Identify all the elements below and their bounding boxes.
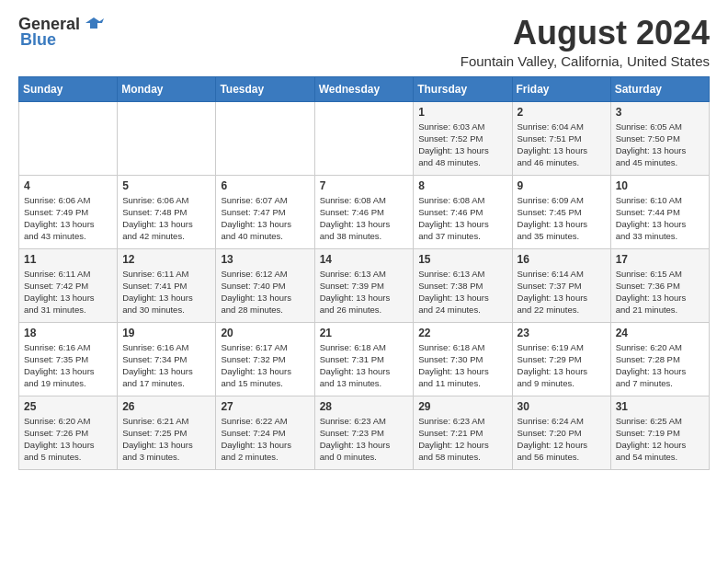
day-info: Sunrise: 6:17 AM Sunset: 7:32 PM Dayligh… [221, 341, 309, 390]
day-info: Sunrise: 6:15 AM Sunset: 7:36 PM Dayligh… [616, 268, 704, 316]
day-info: Sunrise: 6:13 AM Sunset: 7:38 PM Dayligh… [418, 268, 506, 316]
calendar-cell: 31Sunrise: 6:25 AM Sunset: 7:19 PM Dayli… [610, 396, 709, 469]
title-area: August 2024 Fountain Valley, California,… [461, 15, 710, 69]
calendar-cell: 22Sunrise: 6:18 AM Sunset: 7:30 PM Dayli… [414, 322, 512, 396]
day-info: Sunrise: 6:19 AM Sunset: 7:29 PM Dayligh… [518, 341, 606, 390]
calendar-cell: 16Sunrise: 6:14 AM Sunset: 7:37 PM Dayli… [512, 248, 610, 322]
logo: General Blue [18, 15, 104, 50]
day-number: 7 [320, 179, 409, 192]
day-number: 17 [616, 253, 704, 266]
weekday-header-tuesday: Tuesday [216, 76, 314, 101]
day-info: Sunrise: 6:20 AM Sunset: 7:26 PM Dayligh… [24, 415, 112, 464]
calendar-cell: 12Sunrise: 6:11 AM Sunset: 7:41 PM Dayli… [118, 248, 216, 322]
calendar-cell: 6Sunrise: 6:07 AM Sunset: 7:47 PM Daylig… [216, 175, 314, 248]
calendar-table: SundayMondayTuesdayWednesdayThursdayFrid… [18, 76, 710, 470]
day-number: 19 [122, 327, 210, 339]
day-info: Sunrise: 6:09 AM Sunset: 7:45 PM Dayligh… [518, 194, 606, 243]
day-number: 1 [418, 106, 506, 119]
day-number: 21 [320, 327, 409, 339]
day-number: 25 [24, 400, 112, 413]
day-number: 13 [221, 253, 309, 266]
day-number: 31 [616, 400, 704, 413]
day-info: Sunrise: 6:23 AM Sunset: 7:23 PM Dayligh… [320, 415, 409, 464]
calendar-cell [118, 101, 216, 175]
logo-bird-icon [84, 14, 104, 34]
weekday-header-row: SundayMondayTuesdayWednesdayThursdayFrid… [19, 76, 710, 101]
day-number: 23 [518, 327, 606, 339]
day-info: Sunrise: 6:06 AM Sunset: 7:48 PM Dayligh… [122, 194, 210, 243]
day-number: 18 [24, 327, 112, 339]
day-number: 2 [518, 106, 606, 119]
calendar-cell: 15Sunrise: 6:13 AM Sunset: 7:38 PM Dayli… [414, 248, 512, 322]
calendar-week-4: 18Sunrise: 6:16 AM Sunset: 7:35 PM Dayli… [19, 322, 710, 396]
day-info: Sunrise: 6:18 AM Sunset: 7:31 PM Dayligh… [320, 341, 409, 390]
day-info: Sunrise: 6:13 AM Sunset: 7:39 PM Dayligh… [320, 268, 409, 316]
page-header: General Blue August 2024 Fountain Valley… [18, 15, 710, 69]
calendar-cell: 29Sunrise: 6:23 AM Sunset: 7:21 PM Dayli… [414, 396, 512, 469]
calendar-cell: 2Sunrise: 6:04 AM Sunset: 7:51 PM Daylig… [512, 101, 610, 175]
day-number: 3 [616, 106, 704, 119]
day-number: 10 [616, 179, 704, 192]
weekday-header-friday: Friday [512, 76, 610, 101]
day-number: 9 [518, 179, 606, 192]
calendar-week-3: 11Sunrise: 6:11 AM Sunset: 7:42 PM Dayli… [19, 248, 710, 322]
day-info: Sunrise: 6:25 AM Sunset: 7:19 PM Dayligh… [616, 415, 704, 464]
month-title: August 2024 [461, 15, 710, 52]
day-number: 11 [24, 253, 112, 266]
weekday-header-wednesday: Wednesday [314, 76, 414, 101]
day-number: 8 [418, 179, 506, 192]
day-info: Sunrise: 6:24 AM Sunset: 7:20 PM Dayligh… [518, 415, 606, 464]
day-info: Sunrise: 6:20 AM Sunset: 7:28 PM Dayligh… [616, 341, 704, 390]
day-info: Sunrise: 6:21 AM Sunset: 7:25 PM Dayligh… [122, 415, 210, 464]
day-number: 27 [221, 400, 309, 413]
calendar-cell: 21Sunrise: 6:18 AM Sunset: 7:31 PM Dayli… [314, 322, 414, 396]
day-info: Sunrise: 6:08 AM Sunset: 7:46 PM Dayligh… [320, 194, 409, 243]
day-number: 16 [518, 253, 606, 266]
weekday-header-saturday: Saturday [610, 76, 709, 101]
day-info: Sunrise: 6:07 AM Sunset: 7:47 PM Dayligh… [221, 194, 309, 243]
day-info: Sunrise: 6:11 AM Sunset: 7:42 PM Dayligh… [24, 268, 112, 316]
day-number: 28 [320, 400, 409, 413]
calendar-cell: 3Sunrise: 6:05 AM Sunset: 7:50 PM Daylig… [610, 101, 709, 175]
calendar-cell: 19Sunrise: 6:16 AM Sunset: 7:34 PM Dayli… [118, 322, 216, 396]
location: Fountain Valley, California, United Stat… [461, 53, 710, 69]
day-number: 29 [418, 400, 506, 413]
day-info: Sunrise: 6:14 AM Sunset: 7:37 PM Dayligh… [518, 268, 606, 316]
day-info: Sunrise: 6:03 AM Sunset: 7:52 PM Dayligh… [418, 121, 506, 169]
calendar-week-2: 4Sunrise: 6:06 AM Sunset: 7:49 PM Daylig… [19, 175, 710, 248]
calendar-cell: 26Sunrise: 6:21 AM Sunset: 7:25 PM Dayli… [118, 396, 216, 469]
day-number: 12 [122, 253, 210, 266]
day-info: Sunrise: 6:04 AM Sunset: 7:51 PM Dayligh… [518, 121, 606, 169]
calendar-cell: 7Sunrise: 6:08 AM Sunset: 7:46 PM Daylig… [314, 175, 414, 248]
calendar-cell: 9Sunrise: 6:09 AM Sunset: 7:45 PM Daylig… [512, 175, 610, 248]
calendar-cell: 28Sunrise: 6:23 AM Sunset: 7:23 PM Dayli… [314, 396, 414, 469]
calendar-cell: 13Sunrise: 6:12 AM Sunset: 7:40 PM Dayli… [216, 248, 314, 322]
day-info: Sunrise: 6:23 AM Sunset: 7:21 PM Dayligh… [418, 415, 506, 464]
day-number: 5 [122, 179, 210, 192]
day-number: 30 [518, 400, 606, 413]
day-number: 14 [320, 253, 409, 266]
day-info: Sunrise: 6:06 AM Sunset: 7:49 PM Dayligh… [24, 194, 112, 243]
calendar-cell: 4Sunrise: 6:06 AM Sunset: 7:49 PM Daylig… [19, 175, 118, 248]
calendar-cell: 17Sunrise: 6:15 AM Sunset: 7:36 PM Dayli… [610, 248, 709, 322]
weekday-header-thursday: Thursday [414, 76, 512, 101]
calendar-cell: 25Sunrise: 6:20 AM Sunset: 7:26 PM Dayli… [19, 396, 118, 469]
calendar-cell: 18Sunrise: 6:16 AM Sunset: 7:35 PM Dayli… [19, 322, 118, 396]
day-number: 4 [24, 179, 112, 192]
calendar-cell: 5Sunrise: 6:06 AM Sunset: 7:48 PM Daylig… [118, 175, 216, 248]
day-info: Sunrise: 6:11 AM Sunset: 7:41 PM Dayligh… [122, 268, 210, 316]
day-info: Sunrise: 6:16 AM Sunset: 7:35 PM Dayligh… [24, 341, 112, 390]
calendar-cell: 20Sunrise: 6:17 AM Sunset: 7:32 PM Dayli… [216, 322, 314, 396]
calendar-cell: 24Sunrise: 6:20 AM Sunset: 7:28 PM Dayli… [610, 322, 709, 396]
calendar-cell: 11Sunrise: 6:11 AM Sunset: 7:42 PM Dayli… [19, 248, 118, 322]
day-info: Sunrise: 6:16 AM Sunset: 7:34 PM Dayligh… [122, 341, 210, 390]
weekday-header-monday: Monday [118, 76, 216, 101]
day-info: Sunrise: 6:05 AM Sunset: 7:50 PM Dayligh… [616, 121, 704, 169]
logo-blue: Blue [18, 30, 56, 50]
day-number: 24 [616, 327, 704, 339]
day-info: Sunrise: 6:18 AM Sunset: 7:30 PM Dayligh… [418, 341, 506, 390]
calendar-cell: 14Sunrise: 6:13 AM Sunset: 7:39 PM Dayli… [314, 248, 414, 322]
day-number: 15 [418, 253, 506, 266]
calendar-cell: 10Sunrise: 6:10 AM Sunset: 7:44 PM Dayli… [610, 175, 709, 248]
weekday-header-sunday: Sunday [19, 76, 118, 101]
